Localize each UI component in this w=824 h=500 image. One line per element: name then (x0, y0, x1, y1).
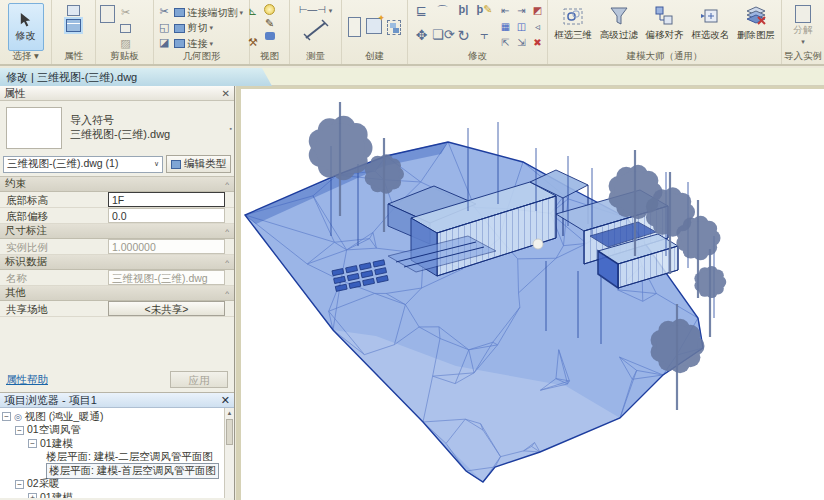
cut-geometry-button[interactable]: 剪切▾ (174, 21, 243, 36)
split-face-icon[interactable]: ◱ (159, 21, 169, 34)
create-similar-icon[interactable]: ✦ (366, 18, 382, 36)
array-icon[interactable]: ▦ (498, 19, 513, 34)
linework-icon[interactable]: ✎ (265, 17, 274, 30)
project-browser-close-icon[interactable]: ✕ (221, 394, 230, 407)
scroll-thumb[interactable] (226, 419, 233, 445)
cut-icon[interactable]: ✂ (120, 6, 131, 19)
panel-label-measure: 测量 (290, 50, 341, 63)
delete-layer-button[interactable]: 删除图层 (734, 2, 778, 52)
preview-scroll-arrow[interactable]: ▪ (230, 125, 232, 132)
properties-header: 属性 ✕ (0, 86, 234, 101)
group-other[interactable]: 其他^ (0, 286, 234, 301)
3d-view[interactable] (236, 86, 824, 500)
collapse-node-icon[interactable]: − (15, 480, 24, 489)
options-bar: 修改 | 三维视图-(三维).dwg (0, 68, 824, 86)
join-geometry-button[interactable]: 连接▾ (174, 36, 243, 51)
collapse-icon[interactable]: ^ (225, 258, 229, 267)
panel-select: 修改 选择 ▾ (0, 0, 52, 64)
advanced-filter-icon (608, 5, 630, 27)
rotate-icon[interactable]: ↻ (453, 27, 474, 51)
toggle-reveal-icon[interactable] (264, 4, 275, 15)
cut-profile-icon[interactable]: ⌒ (432, 3, 453, 27)
join-end-cut-button[interactable]: 连接端切割▾ (174, 5, 243, 20)
cut-geometry-icon (174, 24, 185, 33)
offset-icon[interactable]: ⇥ (514, 3, 529, 18)
paint-icon[interactable]: ◪ (159, 36, 169, 49)
browser-tree: − ◎ 视图 (鸿业_暖通) − 01空调风管 − 01建模 楼层平面: 建模-… (0, 408, 224, 498)
family-thumbnail (6, 107, 62, 149)
advanced-filter-button[interactable]: 高级过滤 (597, 2, 641, 52)
modify-button[interactable]: 修改 (8, 3, 44, 51)
panel-measure: ⊢—⊣ ▾ 测量 (290, 0, 342, 64)
match-type-icon[interactable]: ▨ (120, 37, 131, 50)
group-identity[interactable]: 标识数据^ (0, 255, 234, 270)
properties-help-link[interactable]: 属性帮助 (6, 373, 48, 387)
unpin-small-icon[interactable]: ⇲ (514, 35, 529, 50)
collapse-node-icon[interactable]: − (2, 412, 11, 421)
collapse-icon[interactable]: ^ (225, 289, 229, 298)
legend-component-icon[interactable] (348, 17, 361, 37)
collapse-node-icon[interactable]: − (28, 439, 37, 448)
offset-align-button[interactable]: 偏移对齐 (642, 2, 686, 52)
create-group-icon[interactable] (387, 20, 401, 35)
pin-small-icon[interactable]: ⇱ (498, 35, 513, 50)
properties-icon[interactable] (66, 19, 81, 32)
collapse-icon[interactable]: ^ (225, 227, 229, 236)
copy-move-icon[interactable]: ❏⟳ (432, 27, 453, 51)
measure-icon[interactable] (303, 18, 329, 42)
shared-site-button[interactable]: <未共享> (108, 301, 225, 316)
panel-label-clipboard: 剪贴板 (96, 50, 153, 63)
tree-node-heating[interactable]: − 02采暖 (0, 478, 224, 492)
selected-view-item[interactable]: 楼层平面: 建模-首层空调风管平面图 (46, 463, 219, 479)
aligned-dimension-icon[interactable]: ⊢—⊣ ▾ (299, 4, 333, 15)
edit-profile-icon[interactable]: ⊑ (411, 3, 432, 27)
base-level-field[interactable]: 1F (108, 192, 225, 207)
box-select-3d-icon (562, 5, 584, 27)
box-select-rename-button[interactable]: 框选改名 (688, 2, 732, 52)
tree-leaf-plan-1f[interactable]: 楼层平面: 建模-首层空调风管平面图 (0, 464, 224, 478)
copy-icon[interactable] (120, 24, 131, 33)
apply-button[interactable]: 应用 (170, 371, 228, 388)
tree-node-modeling2[interactable]: + 01建模 (0, 491, 224, 498)
delete-icon[interactable]: ✖ (530, 35, 545, 50)
pin-icon[interactable]: þ| (453, 3, 474, 27)
explode-icon (795, 5, 811, 23)
panel-label-select[interactable]: 选择 ▾ (0, 50, 51, 63)
properties-close-icon[interactable]: ✕ (222, 88, 230, 99)
edit-type-button[interactable]: 编辑类型 (166, 155, 231, 173)
cope-icon[interactable]: ✂ (159, 5, 169, 18)
context-status: 修改 | 三维视图-(三维).dwg (0, 68, 272, 86)
properties-title: 属性 (4, 86, 26, 101)
tree-node-duct[interactable]: − 01空调风管 (0, 424, 224, 438)
collapse-icon[interactable]: ^ (225, 180, 229, 189)
trim-icon[interactable]: ⫟ (474, 27, 495, 51)
move-icon[interactable]: ✥ (411, 27, 432, 51)
group-dimensions[interactable]: 尺寸标注^ (0, 224, 234, 239)
mirror-icon[interactable]: ◩ (530, 3, 545, 18)
panel-label-geometry: 几何图形 (154, 50, 249, 63)
base-offset-field[interactable]: 0.0 (108, 208, 225, 223)
tree-node-views[interactable]: − ◎ 视图 (鸿业_暖通) (0, 410, 224, 424)
box-select-3d-button[interactable]: 框选三维 (551, 2, 595, 52)
paint-view-icon[interactable] (265, 32, 275, 40)
tree-node-modeling1[interactable]: − 01建模 (0, 437, 224, 451)
drawing-area[interactable] (236, 86, 824, 500)
type-selector[interactable]: 三维视图-(三维).dwg (1)∨ (3, 156, 163, 173)
scale-icon[interactable]: ◫ (514, 19, 529, 34)
panel-clipboard: ✂ ▨ 剪贴板 (96, 0, 154, 64)
scroll-up-icon[interactable]: ▲ (225, 408, 234, 418)
align-icon[interactable]: ⇤ (498, 3, 513, 18)
unpin-icon[interactable]: þ✎ (474, 3, 495, 27)
explode-button[interactable]: 分解 (794, 24, 813, 37)
family-preview: 导入符号 三维视图-(三维).dwg ▪ (0, 101, 234, 153)
left-dock: 属性 ✕ 导入符号 三维视图-(三维).dwg ▪ 三维视图-(三维).dwg … (0, 86, 235, 500)
sphere-marker[interactable] (533, 239, 543, 249)
collapse-node-icon[interactable]: − (15, 426, 24, 435)
group-constraints[interactable]: 约束^ (0, 177, 234, 192)
paste-icon[interactable] (100, 5, 115, 23)
project-browser-header: 项目浏览器 - 项目1 ✕ (0, 393, 234, 408)
expand-node-icon[interactable]: + (28, 493, 37, 498)
panel-label-modify: 修改 (408, 50, 547, 63)
split-icon[interactable]: ◃ (530, 19, 545, 34)
browser-scrollbar[interactable]: ▲ (224, 408, 234, 498)
